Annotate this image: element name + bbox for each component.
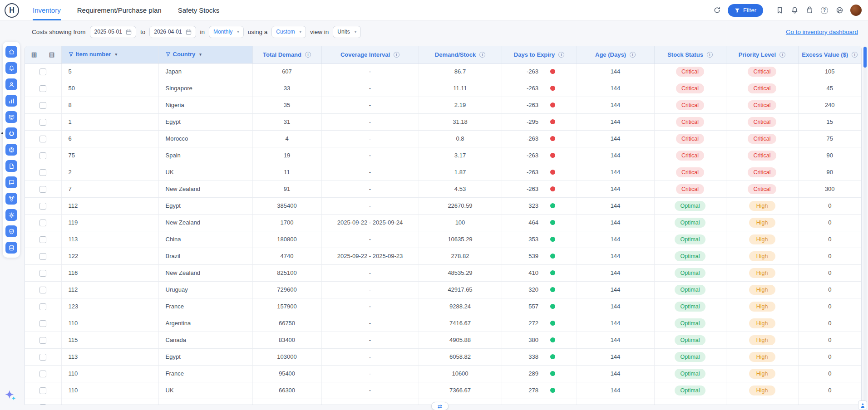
table-row[interactable]: 123France157900-9288.24557144OptimalHigh… xyxy=(25,298,861,315)
table-row[interactable]: 112Uruguay729600-42917.65320144OptimalHi… xyxy=(25,281,861,298)
app-logo[interactable]: H xyxy=(5,3,19,18)
sort-caret-icon[interactable]: ▾ xyxy=(199,52,202,57)
column-header-age[interactable]: Age (Days)i xyxy=(577,46,654,63)
row-checkbox[interactable] xyxy=(39,68,46,75)
filter-button[interactable]: Filter xyxy=(728,4,763,17)
period-select[interactable]: Monthly ▾ xyxy=(209,26,244,38)
row-checkbox[interactable] xyxy=(39,287,46,293)
info-icon[interactable]: i xyxy=(630,52,636,58)
row-checkbox[interactable] xyxy=(39,404,46,405)
sidebar-item-globe[interactable] xyxy=(5,144,17,156)
table-row[interactable]: 110UK66300-7366.67278144OptimalHigh0 xyxy=(25,382,861,399)
row-checkbox[interactable] xyxy=(39,152,46,159)
row-checkbox[interactable] xyxy=(39,220,46,226)
table-row[interactable]: 7New Zealand91-4.53-263144CriticalCritic… xyxy=(25,181,861,197)
column-header-country[interactable]: Country▾ xyxy=(158,46,252,63)
row-checkbox[interactable] xyxy=(39,186,46,193)
table-row[interactable]: 122Brazil47402025-09-22 - 2025-09-23278.… xyxy=(25,248,861,264)
sidebar-item-workflow[interactable] xyxy=(5,193,17,205)
row-checkbox[interactable] xyxy=(39,270,46,277)
info-icon[interactable]: i xyxy=(394,52,399,58)
filter-funnel-icon[interactable] xyxy=(166,52,171,57)
row-checkbox[interactable] xyxy=(39,337,46,344)
table-row[interactable]: 113Egypt103000-6058.82338144OptimalHigh0 xyxy=(25,348,861,365)
tab-safety-stocks[interactable]: Safety Stocks xyxy=(178,0,220,20)
column-header-days-to-expiry[interactable]: Days to Expiryi xyxy=(502,46,577,63)
table-row[interactable]: 112Egypt385400-22670.59323144OptimalHigh… xyxy=(25,197,861,214)
info-icon[interactable]: i xyxy=(479,52,485,58)
table-row[interactable]: 110France95400-10600289144OptimalHigh0 xyxy=(25,365,861,382)
sidebar-item-messages[interactable] xyxy=(5,176,17,188)
sidebar-item-edit-document[interactable] xyxy=(5,160,17,172)
sidebar-item-notifications[interactable] xyxy=(5,62,17,74)
grid-view-icon[interactable]: ⊞ xyxy=(31,51,37,58)
avatar[interactable] xyxy=(850,5,862,16)
row-checkbox[interactable] xyxy=(39,354,46,361)
info-icon[interactable]: i xyxy=(305,52,311,58)
collapse-rows-icon[interactable]: ⊟ xyxy=(49,51,55,58)
table-row[interactable]: 8Nigeria35-2.19-263144CriticalCritical24… xyxy=(25,97,861,113)
table-row[interactable]: 50Singapore33-11.11-263144CriticalCritic… xyxy=(25,80,861,97)
row-checkbox[interactable] xyxy=(39,136,46,142)
table-row[interactable]: 113China180800-10635.29353144OptimalHigh… xyxy=(25,231,861,248)
table-row[interactable]: 116New Zealand825100-48535.29410144Optim… xyxy=(25,264,861,281)
view-select[interactable]: Custom ▾ xyxy=(271,26,306,38)
row-checkbox[interactable] xyxy=(39,320,46,327)
sidebar-item-donut-chart[interactable] xyxy=(5,127,17,139)
row-checkbox[interactable] xyxy=(39,303,46,310)
sidebar-item-home[interactable] xyxy=(5,46,17,58)
scrollbar-thumb[interactable] xyxy=(863,47,867,68)
column-header-demand-stock[interactable]: Demand/Stocki xyxy=(419,46,502,63)
cart-icon[interactable] xyxy=(805,6,814,15)
accessibility-widget[interactable] xyxy=(858,400,867,410)
info-icon[interactable]: i xyxy=(558,52,564,58)
horizontal-scroll-handle[interactable]: ⇄ xyxy=(431,402,449,410)
refresh-icon[interactable] xyxy=(712,6,721,15)
sidebar-item-settings[interactable] xyxy=(5,209,17,221)
units-select[interactable]: Units ▾ xyxy=(333,26,361,38)
notifications-icon[interactable] xyxy=(790,6,799,15)
sidebar-item-database[interactable] xyxy=(5,242,17,254)
info-icon[interactable]: i xyxy=(707,52,713,58)
table-row[interactable]: 75Spain19-3.17-263144CriticalCritical90 xyxy=(25,147,861,164)
table-row[interactable]: 110Argentina66750-7416.67272144OptimalHi… xyxy=(25,315,861,332)
vertical-scrollbar[interactable] xyxy=(863,46,867,404)
table-row[interactable]: 115Canada83400-4905.88380144OptimalHigh0 xyxy=(25,332,861,348)
sidebar-item-customers[interactable] xyxy=(5,78,17,90)
column-header-stock-status[interactable]: Stock Statusi xyxy=(654,46,726,63)
column-header-total-demand[interactable]: Total Demandi xyxy=(252,46,321,63)
info-icon[interactable]: i xyxy=(779,52,785,58)
row-checkbox[interactable] xyxy=(39,169,46,176)
column-header-item[interactable]: Item number▾ xyxy=(61,46,158,63)
column-header-priority[interactable]: Priority Leveli xyxy=(726,46,798,63)
column-header-coverage[interactable]: Coverage Intervali xyxy=(321,46,419,63)
tab-requirement-purchase-plan[interactable]: Requirement/Purchase plan xyxy=(77,0,162,20)
tab-inventory[interactable]: Inventory xyxy=(33,0,61,20)
date-from-input[interactable]: 2025-05-01 xyxy=(90,26,136,38)
sidebar-item-bar-chart[interactable] xyxy=(5,95,17,107)
date-to-input[interactable]: 2026-04-01 xyxy=(149,26,196,38)
row-checkbox[interactable] xyxy=(39,253,46,260)
row-checkbox[interactable] xyxy=(39,371,46,377)
sort-caret-icon[interactable]: ▾ xyxy=(115,52,118,57)
sidebar-item-presentation[interactable] xyxy=(5,111,17,123)
inventory-dashboard-link[interactable]: Go to inventory dashboard xyxy=(786,29,858,35)
filter-funnel-icon[interactable] xyxy=(69,52,74,57)
column-header-excess[interactable]: Excess Value ($)i xyxy=(798,46,861,63)
ai-assistant-button[interactable] xyxy=(4,389,16,402)
info-icon[interactable]: i xyxy=(852,52,858,58)
table-row[interactable]: 5Japan607-86.7-263144CriticalCritical105 xyxy=(25,63,861,80)
row-checkbox[interactable] xyxy=(39,203,46,210)
bookmark-icon[interactable] xyxy=(775,6,784,15)
table-row[interactable]: 2UK11-1.87-263144CriticalCritical90 xyxy=(25,164,861,181)
row-checkbox[interactable] xyxy=(39,119,46,126)
row-checkbox[interactable] xyxy=(39,387,46,394)
table-row[interactable]: 6Morocco4-0.8-263144CriticalCritical75 xyxy=(25,130,861,147)
row-checkbox[interactable] xyxy=(39,102,46,109)
table-row[interactable]: 1Egypt31-31.18-295144CriticalCritical15 xyxy=(25,113,861,130)
table-row[interactable]: 119New Zealand17002025-09-22 - 2025-09-2… xyxy=(25,214,861,231)
theme-icon[interactable] xyxy=(835,6,844,15)
sidebar-item-tasks[interactable] xyxy=(5,225,17,237)
row-checkbox[interactable] xyxy=(39,236,46,243)
row-checkbox[interactable] xyxy=(39,85,46,92)
